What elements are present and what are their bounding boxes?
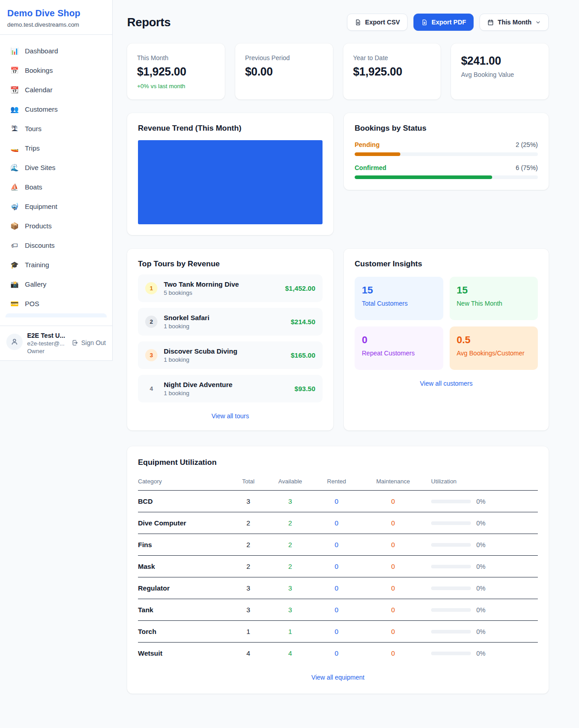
cell-rented: 0 (312, 628, 361, 635)
cell-maintenance: 0 (361, 649, 425, 657)
stat-value: $241.00 (461, 54, 539, 67)
utilization-pct: 0% (476, 585, 485, 592)
cell-available: 1 (269, 628, 312, 635)
avatar (6, 334, 23, 350)
graduation-cap-icon: 🎓 (10, 261, 19, 269)
cell-available: 3 (269, 606, 312, 614)
sidebar-item-calendar[interactable]: 📆 Calendar (5, 80, 108, 99)
status-progress-fill (355, 152, 400, 156)
view-all-customers-link[interactable]: View all customers (355, 380, 538, 387)
sidebar-item-label: Customers (25, 105, 58, 113)
insight-tiles: 15 Total Customers 15 New This Month 0 R… (355, 277, 538, 370)
chevron-down-icon (535, 19, 541, 25)
export-pdf-button[interactable]: Export PDF (413, 14, 474, 31)
cell-maintenance: 0 (361, 628, 425, 635)
rank-badge: 2 (145, 316, 157, 328)
sidebar-item-discounts[interactable]: 🏷 Discounts (5, 236, 108, 255)
shop-domain: demo.test.divestreams.com (7, 21, 105, 28)
cell-category: Fins (138, 541, 228, 548)
equipment-utilization-card: Equipment Utilization Category Total Ava… (127, 446, 549, 694)
sign-out-button[interactable]: Sign Out (71, 339, 106, 346)
sidebar-item-label: Products (25, 222, 52, 230)
tour-name: Snorkel Safari (164, 314, 285, 321)
dashboard-icon: 📊 (10, 47, 19, 55)
utilization-bar (431, 543, 471, 547)
logout-icon (71, 339, 79, 346)
wave-icon: 🌊 (10, 164, 19, 172)
sidebar-item-bookings[interactable]: 📅 Bookings (5, 61, 108, 80)
cell-rented: 0 (312, 584, 361, 592)
package-icon: 📦 (10, 222, 19, 230)
table-row: Regulator 3 3 0 0 0% (138, 577, 538, 599)
tour-name: Two Tank Morning Dive (164, 280, 279, 288)
table-row: Mask 2 2 0 0 0% (138, 556, 538, 577)
status-progress-fill (355, 175, 492, 179)
bookings-by-status-title: Bookings by Status (355, 124, 538, 133)
sidebar-item-label: Equipment (25, 203, 57, 210)
sidebar-item-gallery[interactable]: 📸 Gallery (5, 274, 108, 294)
insight-label: Repeat Customers (362, 350, 436, 357)
stat-label: Previous Period (245, 54, 323, 61)
utilization-pct: 0% (476, 498, 485, 505)
sidebar-item-label: Dashboard (25, 47, 58, 55)
insight-label: Avg Bookings/Customer (457, 350, 531, 357)
sidebar-item-products[interactable]: 📦 Products (5, 216, 108, 236)
cell-category: Tank (138, 606, 228, 614)
stat-label: This Month (137, 54, 215, 61)
sign-out-label: Sign Out (81, 339, 106, 346)
sidebar-item-dive-sites[interactable]: 🌊 Dive Sites (5, 158, 108, 177)
sidebar-item-customers[interactable]: 👥 Customers (5, 99, 108, 119)
tour-name: Discover Scuba Diving (164, 347, 285, 355)
col-maintenance: Maintenance (361, 478, 425, 485)
status-label: Confirmed (355, 164, 386, 171)
top-tours-title: Top Tours by Revenue (138, 260, 323, 269)
cell-category: Mask (138, 563, 228, 570)
sidebar-item-label: Bookings (25, 66, 53, 74)
user-name: E2E Test U... (27, 332, 67, 339)
view-all-equipment-link[interactable]: View all equipment (138, 674, 538, 681)
cell-total: 2 (228, 563, 269, 570)
view-all-tours-link[interactable]: View all tours (138, 412, 323, 420)
export-csv-button[interactable]: Export CSV (347, 14, 408, 31)
sidebar-nav: 📊 Dashboard 📅 Bookings 📆 Calendar 👥 Cust… (0, 35, 112, 326)
tour-bookings: 5 bookings (164, 289, 279, 296)
cell-rented: 0 (312, 649, 361, 657)
col-category: Category (138, 478, 228, 485)
insight-value: 0.5 (457, 334, 531, 346)
cell-rented: 0 (312, 497, 361, 505)
col-rented: Rented (312, 478, 361, 485)
sidebar-item-trips[interactable]: 🚤 Trips (5, 138, 108, 158)
sidebar-item-label: Calendar (25, 86, 52, 94)
stat-label: Year to Date (353, 54, 431, 61)
sidebar-item-pos[interactable]: 💳 POS (5, 294, 108, 313)
insight-tile-repeat-customers: 0 Repeat Customers (355, 326, 443, 370)
file-download-icon (355, 19, 361, 26)
status-progress-track (355, 175, 538, 179)
sidebar-item-reports-partial[interactable] (5, 313, 107, 317)
shop-name: Demo Dive Shop (7, 8, 105, 19)
cell-total: 3 (228, 497, 269, 505)
status-progress-track (355, 152, 538, 156)
sidebar-item-boats[interactable]: ⛵ Boats (5, 177, 108, 197)
sidebar-item-dashboard[interactable]: 📊 Dashboard (5, 41, 108, 61)
sidebar-item-equipment[interactable]: 🤿 Equipment (5, 197, 108, 216)
revenue-trend-chart (138, 140, 323, 224)
user-email: e2e-tester@... (27, 340, 67, 347)
bookings-by-status-card: Bookings by Status Pending 2 (25%) Confi… (344, 113, 549, 190)
col-available: Available (269, 478, 312, 485)
stat-card-year-to-date: Year to Date $1,925.00 (343, 43, 441, 99)
status-row-confirmed: Confirmed 6 (75%) (355, 164, 538, 179)
insight-value: 15 (457, 284, 531, 296)
sidebar-item-tours[interactable]: 🏝 Tours (5, 119, 108, 138)
sidebar-user-footer: E2E Test U... e2e-tester@... Owner Sign … (0, 326, 112, 360)
utilization-bar (431, 500, 471, 503)
equipment-utilization-title: Equipment Utilization (138, 458, 538, 467)
sidebar-item-training[interactable]: 🎓 Training (5, 255, 108, 274)
stat-card-avg-booking-value: $241.00 Avg Booking Value (451, 43, 549, 99)
equipment-table: Category Total Available Rented Maintena… (138, 473, 538, 664)
period-select[interactable]: This Month (479, 14, 549, 31)
tour-bookings: 1 booking (164, 323, 285, 330)
tour-row: 1 Two Tank Morning Dive 5 bookings $1,45… (138, 274, 323, 302)
col-utilization: Utilization (425, 478, 538, 485)
tour-revenue: $93.50 (294, 385, 315, 392)
